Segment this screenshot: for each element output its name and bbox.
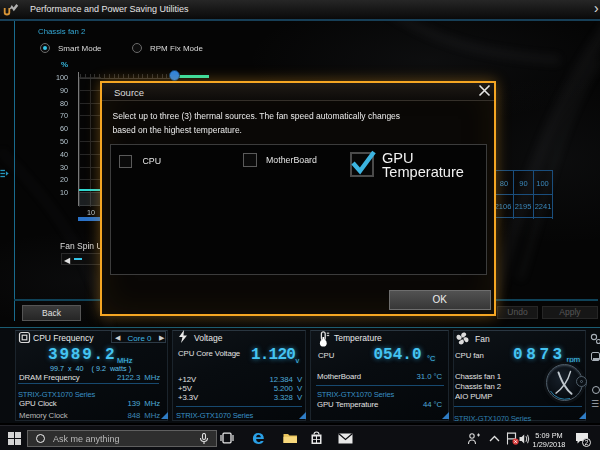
- svg-text:2: 2: [585, 439, 589, 446]
